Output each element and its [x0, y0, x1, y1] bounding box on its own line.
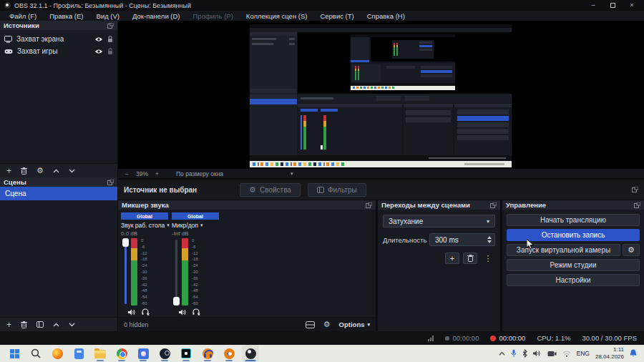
volume-slider[interactable] [122, 238, 129, 305]
headphones-mute-icon[interactable] [142, 308, 150, 315]
wifi-icon[interactable] [562, 351, 571, 357]
chevron-down-icon: ▾ [487, 218, 489, 225]
taskbar-obs[interactable] [242, 345, 259, 362]
start-button[interactable] [6, 345, 23, 362]
notifications-bell-icon[interactable] [630, 349, 637, 358]
camera-icon[interactable] [547, 351, 557, 357]
scene-filters-button[interactable] [36, 321, 44, 328]
volume-icon[interactable] [533, 350, 542, 357]
scene-up-button[interactable] [53, 323, 59, 327]
minimize-button[interactable]: – [585, 1, 601, 10]
filters-button[interactable]: Фильтры [308, 183, 366, 197]
fit-mode-caret-icon[interactable]: ▾ [291, 171, 293, 177]
move-up-button[interactable] [53, 169, 59, 173]
dock-popout-icon[interactable] [366, 202, 372, 208]
start-virtual-camera-button[interactable]: Запуск виртуальной камеры [507, 244, 620, 256]
mixer-layout-toggle[interactable] [306, 321, 315, 328]
taskbar-chrome[interactable] [113, 345, 130, 362]
volume-slider[interactable] [173, 238, 180, 305]
remove-scene-button[interactable] [21, 321, 27, 328]
menu-docks[interactable]: Док-панели (D) [126, 11, 186, 21]
taskbar-firefox[interactable] [49, 345, 66, 362]
menu-edit[interactable]: Правка (E) [43, 11, 89, 21]
lock-icon[interactable] [107, 36, 113, 43]
source-row-game-capture[interactable]: Захват игры [0, 45, 117, 57]
taskbar-calculator[interactable] [70, 345, 87, 362]
filter-icon [317, 187, 324, 193]
taskbar-explorer[interactable] [92, 345, 109, 362]
source-properties-button[interactable]: ⚙ [36, 167, 44, 175]
add-source-button[interactable]: + [6, 167, 11, 175]
preview-canvas[interactable] [118, 21, 644, 169]
menu-view[interactable]: Вид (V) [90, 11, 127, 21]
visibility-eye-icon[interactable] [94, 49, 103, 54]
obs-window: OBS 32.1.1 - Профиль: Безымянный - Сцены… [0, 0, 644, 362]
close-button[interactable]: × [624, 1, 640, 10]
settings-button[interactable]: Настройки [507, 274, 640, 286]
spin-up-icon[interactable] [487, 236, 492, 239]
spin-down-icon[interactable] [487, 240, 492, 243]
virtual-camera-config-button[interactable]: ⚙ [623, 244, 640, 256]
bluetooth-icon[interactable] [522, 349, 527, 358]
properties-button[interactable]: ⚙ Свойства [240, 183, 301, 197]
mixer-body: Global Звук раб. стола ▾ 0.0 dB [118, 210, 376, 317]
properties-label: Свойства [260, 186, 291, 194]
start-streaming-button[interactable]: Начать трансляцию [507, 214, 640, 226]
taskbar-steam[interactable] [156, 345, 173, 362]
transition-properties-button[interactable]: ⋮ [481, 253, 495, 264]
dock-popout-icon[interactable] [107, 23, 114, 29]
menu-scene-collection[interactable]: Коллекция сцен (S) [240, 11, 314, 21]
tray-date: 28.04.2026 [595, 353, 624, 360]
transition-select[interactable]: Затухание ▾ [383, 215, 495, 228]
advanced-audio-button[interactable]: ⚙ [323, 320, 331, 329]
menu-tools[interactable]: Сервис (T) [313, 11, 360, 21]
maximize-button[interactable] [605, 1, 620, 10]
taskbar-search-button[interactable] [27, 345, 44, 362]
remove-transition-button[interactable] [463, 253, 477, 264]
slider-track [125, 240, 127, 304]
spinner-arrows [487, 236, 493, 243]
taskbar-photos[interactable] [135, 345, 152, 362]
zoom-in-button[interactable]: + [155, 170, 159, 177]
channel-name-row[interactable]: Звук раб. стола ▾ [121, 221, 168, 230]
speaker-icon[interactable] [179, 309, 187, 315]
fit-mode-select[interactable]: По размеру окна [176, 170, 223, 177]
slider-handle[interactable] [122, 238, 129, 247]
taskbar-dev-tool[interactable] [177, 345, 195, 362]
language-indicator[interactable]: ENG [577, 350, 590, 357]
add-transition-button[interactable]: + [445, 253, 459, 264]
remove-source-button[interactable] [21, 167, 27, 175]
move-down-button[interactable] [69, 169, 75, 173]
mixer-options-button[interactable]: Options ▾ [339, 321, 370, 328]
taskbar-blender[interactable] [220, 345, 238, 362]
scene-down-button[interactable] [69, 323, 75, 327]
menu-file[interactable]: Файл (F) [3, 11, 43, 21]
scene-row-selected[interactable]: Сцена [0, 187, 117, 200]
studio-mode-button[interactable]: Режим студии [507, 259, 640, 271]
transitions-title: Переходы между сценами [381, 201, 490, 209]
blender-icon [224, 348, 235, 359]
firefox-icon [52, 348, 63, 359]
chevron-down-icon: ▾ [167, 222, 170, 228]
source-row-screen-capture[interactable]: Захват экрана [0, 33, 117, 45]
microphone-icon[interactable] [511, 349, 517, 358]
dock-popout-icon[interactable] [634, 202, 640, 208]
add-scene-button[interactable]: + [6, 321, 11, 329]
channel-name-row[interactable]: Микр/доп ▾ [172, 221, 219, 230]
dock-popout-icon[interactable] [490, 202, 497, 208]
duration-spinner[interactable]: 300 ms [429, 233, 495, 246]
taskbar-audio-app[interactable] [199, 345, 216, 362]
headphones-mute-icon[interactable] [192, 308, 200, 315]
menu-help[interactable]: Справка (H) [361, 11, 411, 21]
meter-ticks: 0-6-12-18-24-30-36-42-48-54-60 [190, 238, 206, 305]
dock-popout-icon[interactable] [107, 180, 114, 185]
speaker-icon[interactable] [128, 309, 136, 315]
unlock-icon[interactable] [107, 48, 113, 55]
visibility-eye-icon[interactable] [94, 36, 103, 42]
clock[interactable]: 1:11 28.04.2026 [595, 346, 624, 360]
mixer-channel-desktop: Global Звук раб. стола ▾ 0.0 dB [121, 212, 168, 317]
dock-popout-icon[interactable] [632, 187, 638, 192]
slider-handle[interactable] [173, 297, 180, 305]
zoom-out-button[interactable]: − [125, 170, 129, 177]
tray-expand-icon[interactable] [499, 351, 505, 356]
